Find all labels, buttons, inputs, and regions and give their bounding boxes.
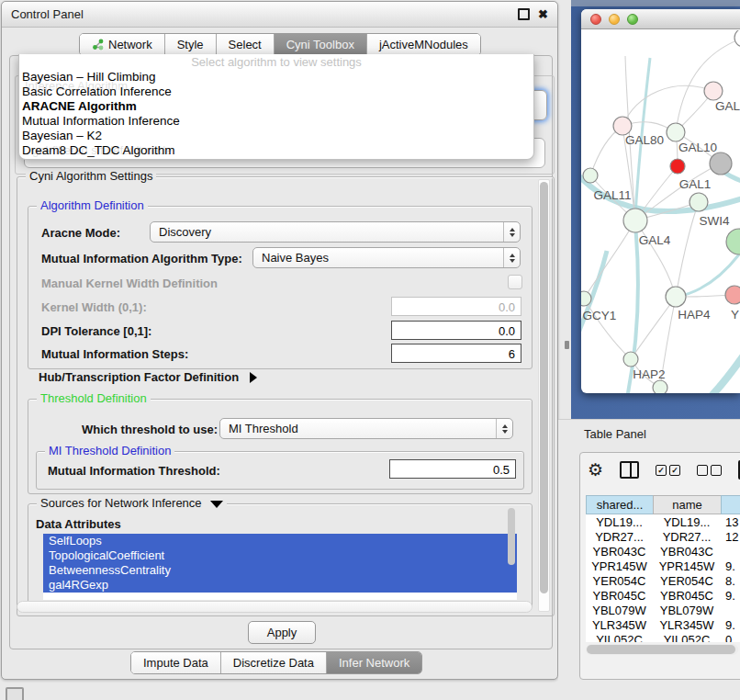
table-cell bbox=[721, 544, 740, 559]
tab-infer-network[interactable]: Infer Network bbox=[327, 652, 421, 673]
screenshot-root: Control Panel ✖ Network Style bbox=[0, 0, 740, 700]
table-panel-frame: ⚙ ✓✓ shared...name YDL19...YDL19...13YDR… bbox=[579, 452, 740, 680]
network-node[interactable] bbox=[690, 193, 708, 211]
column-header[interactable]: shared... bbox=[586, 495, 653, 514]
data-attributes-list[interactable]: SelfLoopsTopologicalCoefficientBetweenne… bbox=[43, 534, 517, 600]
table-cell: YER054C bbox=[586, 573, 653, 588]
mi-algorithm-type-combo[interactable]: Naive Bayes bbox=[252, 247, 521, 268]
mi-steps-field[interactable]: 6 bbox=[391, 344, 521, 363]
apply-button[interactable]: Apply bbox=[248, 621, 316, 644]
close-traffic-light-icon[interactable] bbox=[590, 14, 601, 25]
hub-definition-expander[interactable]: Hub/Transcription Factor Definition bbox=[39, 370, 257, 384]
network-node[interactable] bbox=[670, 159, 685, 174]
table-cell: YBR043C bbox=[653, 544, 721, 559]
table-row[interactable]: YBL079WYBL079W bbox=[586, 603, 740, 617]
table-cell: YBL079W bbox=[653, 603, 721, 617]
deselect-all-icon[interactable] bbox=[697, 465, 722, 476]
network-node-label: GAL4 bbox=[639, 233, 671, 247]
which-threshold-combo[interactable]: MI Threshold bbox=[219, 418, 513, 439]
network-node[interactable] bbox=[710, 152, 732, 175]
kernel-width-label: Kernel Width (0,1): bbox=[41, 300, 147, 314]
scrollbar-thumb[interactable] bbox=[540, 182, 548, 593]
table-row[interactable]: YPR145WYPR145W9. bbox=[586, 559, 740, 573]
aracne-mode-combo[interactable]: Discovery bbox=[150, 221, 521, 243]
network-window-titlebar[interactable] bbox=[581, 9, 740, 29]
tab-cyni-toolbox[interactable]: Cyni Toolbox bbox=[275, 34, 367, 55]
network-node[interactable] bbox=[623, 209, 647, 232]
table-row[interactable]: YIL052CYIL052C0. bbox=[586, 632, 740, 642]
network-node[interactable] bbox=[666, 287, 686, 307]
settings-vertical-scrollbar[interactable] bbox=[538, 179, 550, 612]
network-node[interactable] bbox=[613, 117, 632, 135]
attribute-list-item[interactable]: TopologicalCoefficient bbox=[43, 548, 517, 563]
network-node[interactable] bbox=[725, 286, 740, 304]
mi-threshold-group: MI Threshold Definition Mutual Informati… bbox=[36, 451, 524, 490]
tab-network[interactable]: Network bbox=[80, 34, 165, 55]
tab-discretize-data[interactable]: Discretize Data bbox=[221, 652, 327, 673]
dropdown-item[interactable]: Basic Correlation Inference bbox=[19, 85, 533, 99]
which-threshold-label: Which threshold to use: bbox=[82, 423, 218, 436]
zoom-traffic-light-icon[interactable] bbox=[627, 14, 638, 25]
column-header[interactable] bbox=[721, 495, 740, 514]
mi-type-label: Mutual Information Algorithm Type: bbox=[41, 252, 242, 265]
settings-horizontal-scrollbar[interactable] bbox=[17, 601, 533, 613]
network-node[interactable] bbox=[653, 380, 667, 393]
tab-impute-data[interactable]: Impute Data bbox=[131, 652, 221, 673]
tab-label: Network bbox=[108, 38, 152, 51]
network-node[interactable] bbox=[583, 168, 598, 183]
bottom-tabbar: Impute Data Discretize Data Infer Networ… bbox=[130, 651, 422, 674]
network-node-label: SWI4 bbox=[699, 214, 729, 228]
dropdown-item[interactable]: Dream8 DC_TDC Algorithm bbox=[19, 143, 533, 158]
panel-splitter-grip[interactable] bbox=[565, 341, 569, 349]
dropdown-item[interactable]: Bayesian – K2 bbox=[19, 129, 533, 143]
float-window-icon[interactable] bbox=[518, 8, 530, 20]
network-node-label: HAP2 bbox=[633, 367, 665, 381]
table-row[interactable]: YLR345WYLR345W9. bbox=[586, 617, 740, 632]
tab-select[interactable]: Select bbox=[217, 34, 275, 55]
network-node[interactable] bbox=[704, 82, 723, 100]
table-row[interactable]: YDL19...YDL19...13 bbox=[586, 514, 740, 529]
table-cell: YBR045C bbox=[653, 588, 721, 603]
gear-icon[interactable]: ⚙ bbox=[588, 461, 603, 479]
attributes-list-scrollbar[interactable] bbox=[508, 508, 515, 565]
network-node[interactable] bbox=[623, 352, 638, 367]
network-node-label: HAP4 bbox=[678, 308, 711, 322]
network-node[interactable] bbox=[734, 30, 740, 47]
tab-style[interactable]: Style bbox=[165, 34, 217, 55]
minimize-traffic-light-icon[interactable] bbox=[609, 14, 620, 25]
select-all-icon[interactable]: ✓✓ bbox=[656, 465, 680, 476]
table-toolbar: ⚙ ✓✓ bbox=[588, 460, 740, 480]
table-cell: 8. bbox=[721, 573, 740, 588]
table-row[interactable]: YER054CYER054C8. bbox=[586, 573, 740, 588]
table-cell: YPR145W bbox=[586, 559, 653, 573]
dropdown-item[interactable]: Bayesian – Hill Climbing bbox=[19, 70, 533, 85]
attribute-list-item[interactable]: gal4RGexp bbox=[43, 578, 517, 593]
table-row[interactable]: YBR045CYBR045C9. bbox=[586, 588, 740, 603]
split-view-icon[interactable] bbox=[620, 461, 639, 479]
network-area-top-strip bbox=[571, 0, 740, 6]
scrollbar-thumb[interactable] bbox=[587, 645, 735, 654]
network-canvas[interactable]: GALGAL80GAL10GAL11GAL1SWI4GAL4GCY1HAP4YH… bbox=[581, 30, 740, 393]
network-node[interactable] bbox=[726, 229, 740, 254]
manual-kernel-checkbox[interactable] bbox=[508, 275, 522, 289]
dpi-tolerance-field[interactable]: 0.0 bbox=[391, 321, 521, 340]
network-graph: GALGAL80GAL10GAL11GAL1SWI4GAL4GCY1HAP4YH… bbox=[581, 30, 740, 393]
table-row[interactable]: YBR043CYBR043C bbox=[586, 544, 740, 559]
table-horizontal-scrollbar[interactable] bbox=[586, 644, 738, 655]
attribute-list-item[interactable]: BetweennessCentrality bbox=[43, 563, 517, 578]
column-header[interactable]: name bbox=[653, 495, 721, 514]
network-node[interactable] bbox=[667, 123, 685, 141]
dropdown-item[interactable]: Mutual Information Inference bbox=[19, 114, 533, 129]
network-node[interactable] bbox=[581, 291, 591, 306]
sources-group: Sources for Network Inference Data Attri… bbox=[28, 503, 533, 608]
close-panel-icon[interactable]: ✖ bbox=[538, 8, 548, 20]
table-row[interactable]: YDR27...YDR27...12 bbox=[586, 529, 740, 544]
minimized-panel-icon[interactable] bbox=[6, 687, 24, 700]
sources-group-title[interactable]: Sources for Network Inference bbox=[37, 496, 227, 510]
tab-jactivemnodules[interactable]: jActiveMNodules bbox=[367, 34, 480, 55]
network-node-label: GAL1 bbox=[679, 177, 712, 191]
dropdown-item[interactable]: ARACNE Algorithm bbox=[19, 99, 533, 114]
kernel-width-field[interactable]: 0.0 bbox=[391, 297, 521, 316]
mi-threshold-field[interactable]: 0.5 bbox=[389, 459, 516, 479]
attribute-list-item[interactable]: SelfLoops bbox=[43, 534, 517, 548]
